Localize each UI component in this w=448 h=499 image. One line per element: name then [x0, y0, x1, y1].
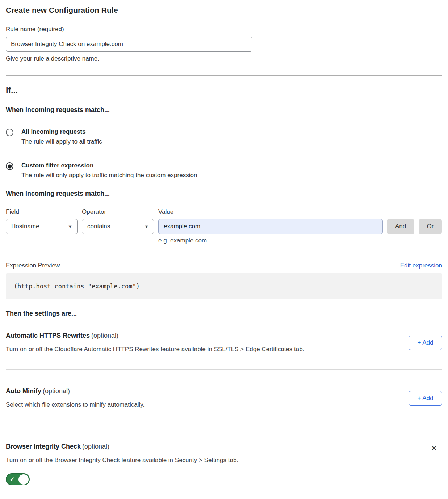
- value-helper: e.g. example.com: [158, 237, 442, 244]
- chevron-down-icon: ▼: [144, 224, 149, 229]
- expression-builder-row: Hostname ▼ contains ▼ And Or: [6, 219, 442, 234]
- add-auto-minify-button[interactable]: + Add: [409, 391, 442, 406]
- setting-name: Automatic HTTPS Rewrites: [6, 332, 90, 339]
- settings-heading: Then the settings are...: [6, 310, 442, 317]
- top-divider: [6, 75, 442, 76]
- setting-title: Browser Integrity Check(optional): [6, 443, 238, 450]
- setting-divider: [6, 425, 442, 425]
- chevron-down-icon: ▼: [68, 224, 73, 229]
- operator-select-value: contains: [87, 223, 110, 230]
- expression-preview-header: Expression Preview Edit expression: [6, 262, 442, 269]
- setting-description: Select which file extensions to minify a…: [6, 401, 145, 408]
- setting-automatic-https-rewrites: Automatic HTTPS Rewrites(optional) Turn …: [6, 332, 442, 369]
- setting-divider: [6, 369, 442, 370]
- or-button[interactable]: Or: [419, 219, 442, 234]
- setting-name: Auto Minify: [6, 387, 41, 395]
- setting-name: Browser Integrity Check: [6, 443, 81, 450]
- optional-label: (optional): [91, 332, 118, 339]
- field-column-label: Field: [6, 208, 82, 216]
- if-heading: If...: [6, 86, 442, 95]
- edit-expression-link[interactable]: Edit expression: [400, 262, 442, 269]
- and-button[interactable]: And: [387, 219, 414, 234]
- setting-description: Turn on or off the Cloudflare Automatic …: [6, 346, 304, 353]
- expression-preview-label: Expression Preview: [6, 262, 60, 269]
- field-select[interactable]: Hostname ▼: [6, 219, 78, 234]
- radio-option-all-incoming-requests[interactable]: All incoming requests The rule will appl…: [6, 128, 442, 145]
- close-icon[interactable]: ✕: [430, 444, 438, 453]
- value-input[interactable]: [158, 219, 383, 234]
- value-column-label: Value: [158, 208, 442, 216]
- add-automatic-https-rewrites-button[interactable]: + Add: [409, 336, 442, 350]
- radio-option-label: Custom filter expression: [21, 162, 197, 169]
- radio-option-label: All incoming requests: [21, 128, 102, 136]
- optional-label: (optional): [82, 443, 109, 450]
- when-match-heading: When incoming requests match...: [6, 106, 442, 114]
- optional-label: (optional): [43, 387, 70, 395]
- rule-name-helper: Give your rule a descriptive name.: [6, 55, 442, 62]
- toggle-knob: [18, 474, 29, 485]
- field-select-value: Hostname: [11, 223, 39, 230]
- radio-option-description: The rule will only apply to traffic matc…: [21, 172, 197, 179]
- browser-integrity-check-toggle[interactable]: ✓: [6, 473, 30, 485]
- expression-builder-heading: When incoming requests match...: [6, 190, 442, 197]
- setting-browser-integrity-check: Browser Integrity Check(optional) Turn o…: [6, 443, 442, 487]
- page-title: Create new Configuration Rule: [6, 6, 442, 14]
- setting-auto-minify: Auto Minify(optional) Select which file …: [6, 387, 442, 425]
- expression-preview-code: (http.host contains "example.com"): [6, 273, 442, 299]
- check-icon: ✓: [10, 476, 14, 483]
- operator-column-label: Operator: [82, 208, 158, 216]
- setting-title: Automatic HTTPS Rewrites(optional): [6, 332, 304, 340]
- rule-name-input[interactable]: [6, 37, 252, 52]
- radio-option-custom-filter-expression[interactable]: Custom filter expression The rule will o…: [6, 162, 442, 179]
- setting-description: Turn on or off the Browser Integrity Che…: [6, 457, 238, 464]
- rule-name-label: Rule name (required): [6, 26, 442, 33]
- operator-select[interactable]: contains ▼: [82, 219, 154, 234]
- setting-title: Auto Minify(optional): [6, 387, 145, 395]
- create-configuration-rule-form: Create new Configuration Rule Rule name …: [0, 0, 448, 494]
- radio-option-description: The rule will apply to all traffic: [21, 138, 102, 145]
- radio-checked-icon[interactable]: [6, 162, 13, 170]
- radio-unchecked-icon[interactable]: [6, 129, 13, 136]
- expression-builder-column-labels: Field Operator Value: [6, 208, 442, 216]
